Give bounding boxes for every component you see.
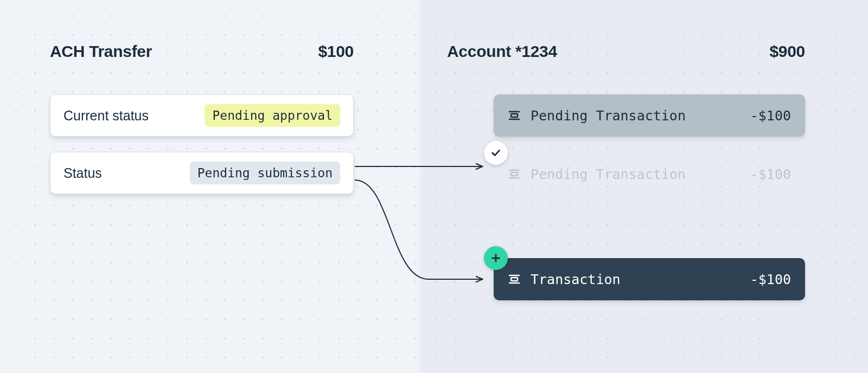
current-status-value: Pending approval: [205, 104, 340, 127]
status-label: Status: [63, 165, 102, 181]
transaction-row: Transaction -$100: [494, 258, 805, 300]
check-icon: [490, 147, 502, 159]
current-status-label: Current status: [63, 108, 149, 124]
left-header: ACH Transfer $100: [50, 42, 354, 61]
status-value: Pending submission: [190, 162, 340, 184]
right-title: Account *1234: [447, 42, 557, 61]
pending-transaction-label: Pending Transaction: [531, 108, 741, 124]
plus-badge: [484, 246, 508, 270]
check-badge: [484, 141, 508, 165]
svg-rect-4: [511, 172, 518, 176]
plus-icon: [490, 252, 502, 264]
left-amount: $100: [318, 42, 354, 61]
right-balance: $900: [769, 42, 805, 61]
pending-transaction-ghost-row: Pending Transaction -$100: [494, 153, 805, 195]
transaction-amount: -$100: [750, 272, 791, 287]
pending-transaction-ghost-label: Pending Transaction: [531, 166, 741, 182]
svg-rect-1: [511, 114, 518, 117]
pending-transaction-ghost-amount: -$100: [750, 166, 791, 182]
status-card: Status Pending submission: [50, 152, 354, 194]
transaction-icon: [508, 273, 521, 286]
svg-rect-7: [511, 278, 518, 281]
transaction-label: Transaction: [531, 272, 741, 287]
right-header: Account *1234 $900: [447, 42, 805, 61]
transaction-icon: [508, 109, 521, 122]
diagram-stage: ACH Transfer $100 Account *1234 $900 Cur…: [0, 0, 868, 373]
current-status-card: Current status Pending approval: [50, 94, 354, 137]
pending-transaction-amount: -$100: [750, 108, 791, 124]
pending-transaction-row: Pending Transaction -$100: [494, 94, 805, 137]
transaction-icon: [508, 168, 521, 181]
left-title: ACH Transfer: [50, 42, 152, 61]
